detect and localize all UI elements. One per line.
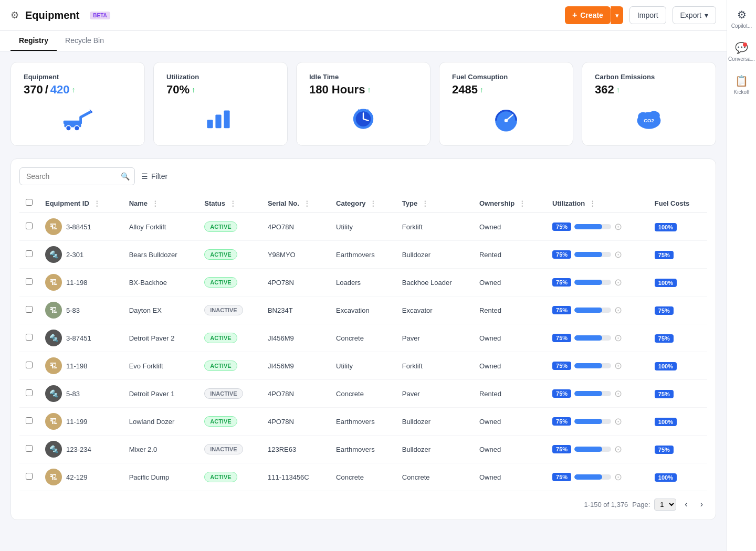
col-menu-category[interactable]: ⋮ [370,199,376,207]
status-badge: ACTIVE [204,361,237,371]
stat-label-carbon: Carbon Emissions [595,73,655,81]
search-input[interactable] [19,167,135,185]
stat-label-fuel: Fuel Comsuption [452,73,508,81]
tab-registry[interactable]: Registry [10,31,57,51]
table-row[interactable]: 🏗 3-88451 Alloy Forklift ACTIVE 4PO78N U… [19,213,707,241]
row-status: ACTIVE [198,352,261,380]
row-checkbox[interactable] [26,250,33,257]
row-checkbox-cell [19,269,39,296]
col-menu-type[interactable]: ⋮ [422,199,428,207]
row-utilization: 75% ⊙ [546,213,648,241]
col-menu-equipment-id[interactable]: ⋮ [93,199,100,207]
equipment-id-value: 3-87451 [66,334,91,342]
page-select[interactable]: 1 2 3 [654,499,676,511]
sidebar-item-copilot[interactable]: ⚙ Copilot... [731,8,752,29]
equipment-id-value: 11-199 [66,418,87,426]
row-equipment-id: 🏗 42-129 [39,463,123,491]
row-ownership: Owned [473,408,546,436]
row-checkbox[interactable] [26,417,33,424]
equipment-id-value: 3-88451 [66,223,91,231]
row-equipment-id: 🔩 3-87451 [39,324,123,352]
table-row[interactable]: 🔩 5-83 Detroit Paver 1 INACTIVE 4PO78N C… [19,380,707,408]
plus-icon: + [572,10,577,20]
utilization-bar-bg [574,224,611,229]
table-row[interactable]: 🏗 5-83 Dayton EX INACTIVE BN234T Excavat… [19,296,707,324]
row-utilization: 75% ⊙ [546,296,648,324]
utilization-bar-fill [574,447,602,452]
row-checkbox[interactable] [26,389,33,396]
col-menu-serial[interactable]: ⋮ [303,199,310,207]
select-all-checkbox[interactable] [26,199,33,206]
col-header-fuel-costs: Fuel Costs [648,194,707,213]
col-menu-name[interactable]: ⋮ [152,199,159,207]
status-badge: ACTIVE [204,333,237,343]
utilization-bar-bg [574,308,611,313]
row-category: Earthmovers [330,408,396,436]
header: ⚙ Equipment BETA + Create ▾ Import Expor… [0,0,727,31]
col-menu-status[interactable]: ⋮ [229,199,236,207]
table-row[interactable]: 🔩 3-87451 Detroit Paver 2 ACTIVE JI456M9… [19,324,707,352]
filter-button[interactable]: ☰ Filter [141,172,167,181]
col-header-category: Category ⋮ [330,194,396,213]
row-category: Excavation [330,296,396,324]
notification-dot [743,43,747,47]
row-serial: BN234T [261,296,330,324]
row-checkbox-cell [19,241,39,269]
row-utilization: 75% ⊙ [546,463,648,491]
row-checkbox[interactable] [26,222,33,229]
prev-page-button[interactable]: ‹ [680,497,691,511]
utilization-badge: 75% [552,362,571,370]
create-button[interactable]: + Create [565,6,611,24]
row-checkbox[interactable] [26,473,33,480]
col-header-status: Status ⋮ [198,194,261,213]
row-checkbox[interactable] [26,278,33,285]
row-serial: JI456M9 [261,324,330,352]
stats-row: Equipment 370/420↑ [10,62,716,146]
table-row[interactable]: 🏗 11-199 Lowland Dozer ACTIVE 4PO78N Ear… [19,408,707,436]
stat-label-equipment: Equipment [24,73,59,81]
sidebar-item-conversations[interactable]: 💬 Conversa... [728,41,755,62]
kickoff-icon: 📋 [735,75,748,87]
stat-value-utilization: 70%↑ [166,83,195,97]
create-dropdown-button[interactable]: ▾ [611,6,623,24]
sidebar-item-kickoff[interactable]: 📋 Kickoff [734,75,750,95]
row-checkbox[interactable] [26,445,33,452]
utilization-badge: 75% [552,445,571,453]
tab-recycle-bin[interactable]: Recycle Bin [57,31,112,51]
table-row[interactable]: 🔩 2-301 Bears Bulldozer ACTIVE Y98MYO Ea… [19,241,707,269]
table-row[interactable]: 🏗 11-198 Evo Forklift ACTIVE JI456M9 Uti… [19,352,707,380]
next-page-button[interactable]: › [696,497,707,511]
row-name: Mixer 2.0 [123,436,198,463]
row-checkbox[interactable] [26,362,33,368]
row-name: Dayton EX [123,296,198,324]
utilization-bar-bg [574,252,611,257]
equipment-table: Equipment ID ⋮ Name ⋮ St [19,194,707,491]
equipment-thumbnail: 🏗 [45,274,62,291]
row-checkbox-cell [19,408,39,436]
col-menu-ownership[interactable]: ⋮ [519,199,526,207]
thumb-icon: 🏗 [50,222,57,231]
util-toggle-icon: ⊙ [614,388,622,399]
util-toggle-icon: ⊙ [614,416,622,427]
table-row[interactable]: 🏗 42-129 Pacific Dump ACTIVE 111-113456C… [19,463,707,491]
utilization-badge: 75% [552,306,571,314]
utilization-bar-fill [574,224,602,229]
import-button[interactable]: Import [629,6,666,24]
util-toggle-icon: ⊙ [614,249,622,260]
fuel-badge: 75% [655,446,674,454]
row-equipment-id: 🏗 5-83 [39,296,123,324]
row-utilization: 75% ⊙ [546,269,648,296]
row-checkbox-cell [19,213,39,241]
export-button[interactable]: Export ▾ [673,6,716,24]
status-badge: ACTIVE [204,277,237,288]
row-fuel-costs: 75% [648,296,707,324]
table-controls: 🔍 ☰ Filter [19,167,707,185]
row-checkbox[interactable] [26,306,33,313]
equipment-thumbnail: 🏗 [45,357,62,374]
utilization-bar-fill [574,391,602,396]
col-menu-utilization[interactable]: ⋮ [589,199,596,207]
row-name: Alloy Forklift [123,213,198,241]
table-row[interactable]: 🔩 123-234 Mixer 2.0 INACTIVE 123RE63 Ear… [19,436,707,463]
row-checkbox[interactable] [26,334,33,341]
table-row[interactable]: 🏗 11-198 BX-Backhoe ACTIVE 4PO78N Loader… [19,269,707,296]
